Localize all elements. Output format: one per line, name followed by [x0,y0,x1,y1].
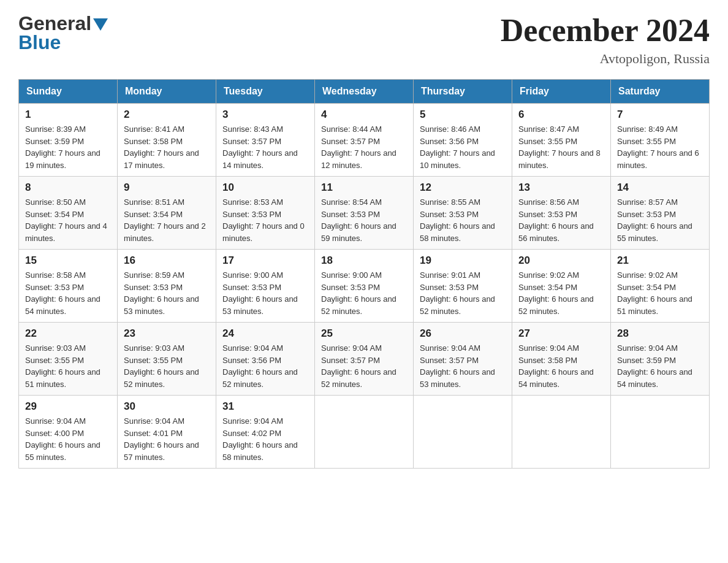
calendar-week-3: 15 Sunrise: 8:58 AMSunset: 3:53 PMDaylig… [19,250,710,323]
calendar-week-4: 22 Sunrise: 9:03 AMSunset: 3:55 PMDaylig… [19,323,710,396]
day-info: Sunrise: 9:02 AMSunset: 3:54 PMDaylight:… [617,270,692,316]
day-info: Sunrise: 8:43 AMSunset: 3:57 PMDaylight:… [222,124,298,170]
day-info: Sunrise: 9:04 AMSunset: 3:59 PMDaylight:… [617,343,692,389]
logo-blue-text: Blue [18,31,61,54]
table-row: 15 Sunrise: 8:58 AMSunset: 3:53 PMDaylig… [19,250,118,323]
day-number: 2 [124,109,210,121]
table-row: 29 Sunrise: 9:04 AMSunset: 4:00 PMDaylig… [19,396,118,469]
day-number: 14 [617,182,703,194]
day-number: 28 [617,327,703,340]
day-info: Sunrise: 8:59 AMSunset: 3:53 PMDaylight:… [124,270,199,316]
day-info: Sunrise: 8:47 AMSunset: 3:55 PMDaylight:… [518,124,601,170]
calendar-header-row: Sunday Monday Tuesday Wednesday Thursday… [19,80,710,104]
day-number: 29 [25,400,111,413]
day-info: Sunrise: 9:00 AMSunset: 3:53 PMDaylight:… [321,270,396,316]
svg-marker-0 [93,18,108,31]
day-number: 6 [518,109,604,121]
day-number: 4 [321,109,407,121]
day-info: Sunrise: 9:04 AMSunset: 4:02 PMDaylight:… [222,416,298,462]
day-number: 12 [420,182,506,194]
day-number: 13 [518,182,604,194]
table-row: 7 Sunrise: 8:49 AMSunset: 3:55 PMDayligh… [611,104,710,177]
day-number: 5 [420,109,506,121]
table-row: 13 Sunrise: 8:56 AMSunset: 3:53 PMDaylig… [512,177,611,250]
table-row: 17 Sunrise: 9:00 AMSunset: 3:53 PMDaylig… [216,250,315,323]
table-row: 19 Sunrise: 9:01 AMSunset: 3:53 PMDaylig… [414,250,512,323]
table-row: 14 Sunrise: 8:57 AMSunset: 3:53 PMDaylig… [611,177,710,250]
day-number: 19 [420,255,506,267]
table-row: 20 Sunrise: 9:02 AMSunset: 3:54 PMDaylig… [512,250,611,323]
col-monday: Monday [118,80,216,104]
table-row: 26 Sunrise: 9:04 AMSunset: 3:57 PMDaylig… [414,323,512,396]
day-number: 21 [617,255,703,267]
day-info: Sunrise: 8:51 AMSunset: 3:54 PMDaylight:… [124,197,206,243]
table-row: 12 Sunrise: 8:55 AMSunset: 3:53 PMDaylig… [414,177,512,250]
day-info: Sunrise: 8:57 AMSunset: 3:53 PMDaylight:… [617,197,692,243]
table-row: 3 Sunrise: 8:43 AMSunset: 3:57 PMDayligh… [216,104,315,177]
day-info: Sunrise: 8:41 AMSunset: 3:58 PMDaylight:… [124,124,199,170]
table-row: 21 Sunrise: 9:02 AMSunset: 3:54 PMDaylig… [611,250,710,323]
day-info: Sunrise: 9:04 AMSunset: 3:57 PMDaylight:… [420,343,495,389]
table-row: 8 Sunrise: 8:50 AMSunset: 3:54 PMDayligh… [19,177,118,250]
day-info: Sunrise: 8:58 AMSunset: 3:53 PMDaylight:… [25,270,100,316]
table-row: 25 Sunrise: 9:04 AMSunset: 3:57 PMDaylig… [315,323,414,396]
table-row: 27 Sunrise: 9:04 AMSunset: 3:58 PMDaylig… [512,323,611,396]
day-info: Sunrise: 9:03 AMSunset: 3:55 PMDaylight:… [124,343,199,389]
table-row [315,396,414,469]
day-info: Sunrise: 8:46 AMSunset: 3:56 PMDaylight:… [420,124,495,170]
table-row: 22 Sunrise: 9:03 AMSunset: 3:55 PMDaylig… [19,323,118,396]
day-number: 17 [222,255,308,267]
col-sunday: Sunday [19,80,118,104]
day-info: Sunrise: 9:04 AMSunset: 3:57 PMDaylight:… [321,343,396,389]
day-number: 25 [321,327,407,340]
day-number: 7 [617,109,703,121]
table-row: 31 Sunrise: 9:04 AMSunset: 4:02 PMDaylig… [216,396,315,469]
logo: General Blue [18,12,108,54]
day-number: 18 [321,255,407,267]
table-row: 24 Sunrise: 9:04 AMSunset: 3:56 PMDaylig… [216,323,315,396]
day-info: Sunrise: 9:04 AMSunset: 4:01 PMDaylight:… [124,416,199,462]
day-info: Sunrise: 9:04 AMSunset: 3:56 PMDaylight:… [222,343,298,389]
day-number: 15 [25,255,111,267]
page-title: December 2024 [501,12,710,48]
day-number: 24 [222,327,308,340]
day-number: 30 [124,400,210,413]
day-info: Sunrise: 8:50 AMSunset: 3:54 PMDaylight:… [25,197,107,243]
page-header: General Blue December 2024 Avtopoligon, … [18,12,710,67]
table-row: 23 Sunrise: 9:03 AMSunset: 3:55 PMDaylig… [118,323,216,396]
day-number: 26 [420,327,506,340]
day-number: 22 [25,327,111,340]
location-subtitle: Avtopoligon, Russia [501,51,710,67]
table-row: 18 Sunrise: 9:00 AMSunset: 3:53 PMDaylig… [315,250,414,323]
day-info: Sunrise: 8:44 AMSunset: 3:57 PMDaylight:… [321,124,396,170]
table-row: 1 Sunrise: 8:39 AMSunset: 3:59 PMDayligh… [19,104,118,177]
table-row: 16 Sunrise: 8:59 AMSunset: 3:53 PMDaylig… [118,250,216,323]
day-info: Sunrise: 8:53 AMSunset: 3:53 PMDaylight:… [222,197,305,243]
day-info: Sunrise: 9:03 AMSunset: 3:55 PMDaylight:… [25,343,100,389]
day-info: Sunrise: 9:02 AMSunset: 3:54 PMDaylight:… [518,270,594,316]
day-number: 10 [222,182,308,194]
day-number: 23 [124,327,210,340]
day-number: 9 [124,182,210,194]
day-number: 31 [222,400,308,413]
table-row: 10 Sunrise: 8:53 AMSunset: 3:53 PMDaylig… [216,177,315,250]
day-info: Sunrise: 8:49 AMSunset: 3:55 PMDaylight:… [617,124,699,170]
day-info: Sunrise: 8:39 AMSunset: 3:59 PMDaylight:… [25,124,100,170]
col-saturday: Saturday [611,80,710,104]
col-wednesday: Wednesday [315,80,414,104]
calendar-week-5: 29 Sunrise: 9:04 AMSunset: 4:00 PMDaylig… [19,396,710,469]
title-area: December 2024 Avtopoligon, Russia [501,12,710,67]
day-info: Sunrise: 8:55 AMSunset: 3:53 PMDaylight:… [420,197,495,243]
day-number: 8 [25,182,111,194]
day-info: Sunrise: 9:00 AMSunset: 3:53 PMDaylight:… [222,270,298,316]
day-number: 16 [124,255,210,267]
calendar-week-1: 1 Sunrise: 8:39 AMSunset: 3:59 PMDayligh… [19,104,710,177]
day-info: Sunrise: 8:54 AMSunset: 3:53 PMDaylight:… [321,197,396,243]
day-number: 20 [518,255,604,267]
table-row [611,396,710,469]
table-row [512,396,611,469]
logo-triangle-icon [93,18,108,31]
table-row [414,396,512,469]
table-row: 4 Sunrise: 8:44 AMSunset: 3:57 PMDayligh… [315,104,414,177]
day-number: 3 [222,109,308,121]
